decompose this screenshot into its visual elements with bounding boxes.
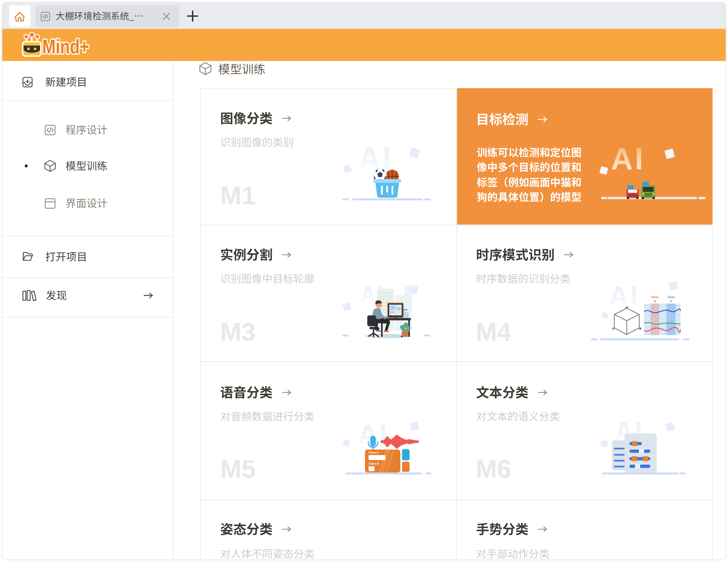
svg-text:A: A xyxy=(670,300,672,303)
svg-text:Class A: Class A xyxy=(369,451,379,454)
svg-text:AI: AI xyxy=(611,142,645,175)
svg-text:B: B xyxy=(654,300,656,303)
svg-text:Mind+: Mind+ xyxy=(42,35,89,58)
svg-text:Class B: Class B xyxy=(369,462,379,465)
svg-text:Class: Class xyxy=(651,296,659,299)
svg-text:AI: AI xyxy=(609,281,640,312)
svg-text:Class: Class xyxy=(667,296,675,299)
